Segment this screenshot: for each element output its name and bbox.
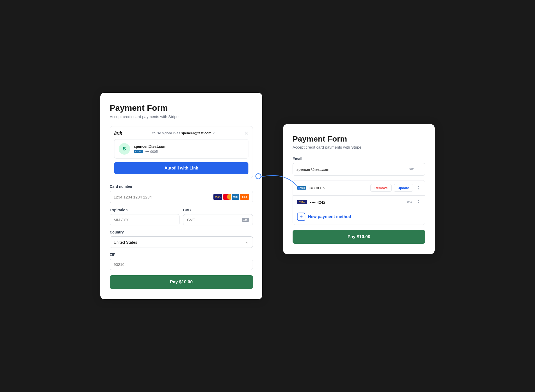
link-signed-in-text: You're signed in as spencer@test.com ∨ xyxy=(122,131,245,135)
email-input-icons: link ⋮ xyxy=(409,166,421,172)
card-number-label: Card number xyxy=(110,184,253,189)
cvc-label: CVC xyxy=(183,208,253,212)
left-payment-card: Payment Form Accept credit card payments… xyxy=(100,93,262,299)
email-label: Email xyxy=(293,157,425,161)
link-account-email: spencer@test.com xyxy=(134,144,244,149)
email-input-wrap[interactable]: link ⋮ xyxy=(293,163,425,175)
autofill-button[interactable]: Autofill with Link xyxy=(114,162,248,174)
amex-method-row: AMEX •••• 0005 Remove Update ⋮ xyxy=(293,180,425,196)
card-icons: VISA AMEX DISC xyxy=(213,194,249,200)
card-number-field[interactable]: VISA AMEX DISC xyxy=(110,191,253,203)
discover-icon: DISC xyxy=(240,194,249,200)
visa-more-icon[interactable]: ⋮ xyxy=(416,199,421,205)
amex-card-num: •••• 0005 xyxy=(309,186,367,190)
link-logo: link xyxy=(114,130,122,136)
right-card-title: Payment Form xyxy=(293,134,425,143)
email-input[interactable] xyxy=(296,167,409,172)
cvc-group: CVC 135 xyxy=(183,203,253,225)
expiration-group: Expiration xyxy=(110,203,179,225)
email-field-group: Email link ⋮ xyxy=(293,157,425,175)
new-payment-method-row[interactable]: + New payment method xyxy=(293,209,425,225)
link-avatar: S xyxy=(119,143,130,155)
left-card-subtitle: Accept credit card payments with Stripe xyxy=(110,114,253,119)
plus-icon: + xyxy=(297,213,305,221)
link-banner: link You're signed in as spencer@test.co… xyxy=(110,126,253,178)
remove-button[interactable]: Remove xyxy=(370,184,392,192)
chevron-down-icon: ⌄ xyxy=(246,240,249,244)
new-payment-method-label: New payment method xyxy=(308,214,351,219)
visa-badge-right: VISA xyxy=(297,200,307,204)
visa-link-icon: link xyxy=(407,200,412,204)
right-payment-card: Payment Form Accept credit card payments… xyxy=(283,124,435,254)
amex-badge-left: AMEX xyxy=(134,150,143,153)
link-account-card-num: •••• 0005 xyxy=(144,150,158,154)
country-label: Country xyxy=(110,230,253,234)
scene: Payment Form Accept credit card payments… xyxy=(100,93,435,299)
amex-badge-right: AMEX xyxy=(297,186,306,190)
zip-input[interactable] xyxy=(114,262,249,267)
expiration-field[interactable] xyxy=(110,214,179,225)
expiration-input[interactable] xyxy=(114,218,176,222)
visa-card-num: •••• 4242 xyxy=(310,200,404,204)
cvc-field[interactable]: 135 xyxy=(183,214,253,225)
link-icon-right: link xyxy=(409,167,414,171)
mastercard-icon xyxy=(223,194,231,200)
country-select[interactable]: United States ⌄ xyxy=(110,236,253,248)
right-card-subtitle: Accept credit card payments with Stripe xyxy=(293,145,425,149)
cvc-card-icon: 135 xyxy=(242,218,249,222)
saved-methods-list: AMEX •••• 0005 Remove Update ⋮ VISA ••••… xyxy=(293,180,425,225)
link-account-row: S spencer@test.com AMEX •••• 0005 xyxy=(114,139,248,159)
amex-method-actions: Remove Update ⋮ xyxy=(370,184,421,192)
left-card-title: Payment Form xyxy=(110,103,253,113)
link-account-info: spencer@test.com AMEX •••• 0005 xyxy=(134,144,244,154)
visa-icon: VISA xyxy=(213,194,222,200)
cvc-input[interactable] xyxy=(187,218,242,222)
expiry-cvc-row: Expiration CVC 135 xyxy=(110,203,253,225)
zip-field[interactable] xyxy=(110,259,253,270)
expiration-label: Expiration xyxy=(110,208,179,212)
left-pay-button[interactable]: Pay $10.00 xyxy=(110,275,253,289)
link-close-button[interactable]: ✕ xyxy=(245,130,248,136)
country-value: United States xyxy=(114,240,137,244)
link-account-card: AMEX •••• 0005 xyxy=(134,150,244,154)
right-pay-button[interactable]: Pay $10.00 xyxy=(293,230,425,244)
amex-more-icon[interactable]: ⋮ xyxy=(416,185,421,191)
amex-icon: AMEX xyxy=(232,194,239,200)
email-more-icon[interactable]: ⋮ xyxy=(417,166,421,172)
update-button[interactable]: Update xyxy=(394,184,413,192)
card-number-input[interactable] xyxy=(114,195,213,199)
link-banner-header: link You're signed in as spencer@test.co… xyxy=(114,130,248,136)
zip-label: ZIP xyxy=(110,253,253,257)
visa-method-row: VISA •••• 4242 link ⋮ xyxy=(293,196,425,209)
